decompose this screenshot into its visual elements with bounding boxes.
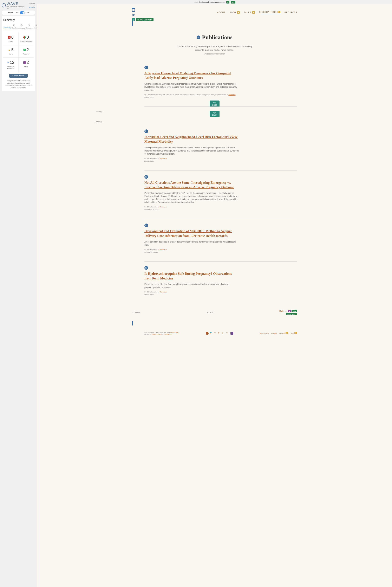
aria-label-badge: *aria- — [292, 310, 297, 312]
publication-item: h1 Not All C-sections Are the Same: Inve… — [144, 171, 297, 219]
code-badge[interactable]: Code — [210, 111, 220, 117]
older-link[interactable]: Older → ◆ *aria- label="Next"* — [279, 310, 297, 315]
stat-features: ✓2Features — [18, 45, 34, 58]
formspree-link[interactable]: Formspree — [164, 333, 172, 335]
footer-link-rss[interactable]: RSS⚑ — [291, 332, 297, 334]
stat-aria: 2ARIA — [18, 58, 34, 72]
page-indicator: 1 OF 3 — [207, 311, 213, 314]
research-link[interactable]: Research — [228, 94, 236, 96]
stat-alerts: ▲5Alerts — [3, 45, 18, 58]
styles-label: Styles: — [8, 12, 14, 14]
research-link[interactable]: Research — [160, 206, 166, 208]
footer-copyright: © 2021 Silvia Canelón · Made with Hugo A… — [144, 331, 179, 335]
page-description: This is home for my research publication… — [173, 45, 256, 52]
github-icon[interactable]: ⌥ — [214, 332, 217, 335]
blogophonic-link[interactable]: Blogophonic — [152, 333, 161, 335]
pub-meta: By Silvia Canelón in Research — [144, 249, 239, 250]
name-badge-row: ⊞ *Silvia Canelón* — [132, 18, 297, 21]
footer-link-accessibility[interactable]: Accessibility — [260, 332, 269, 334]
nav-publications[interactable]: PUBLICATIONS⚑ — [259, 11, 280, 14]
pub-title[interactable]: A Bayesian Hierarchical Modeling Framewo… — [144, 71, 239, 80]
tab-details[interactable]: ⊞Details — [11, 23, 17, 30]
pub-meta: By Cecilia Balocchi, Ray Bai, Jessica Li… — [144, 94, 239, 96]
orcid-icon[interactable] — [206, 332, 208, 335]
pub-meta: By Silvia Canelón in Research — [144, 206, 239, 208]
pub-title[interactable]: Development and Evaluation of MADDIE: Me… — [144, 229, 239, 238]
h1-badge: h1 — [144, 66, 148, 69]
styles-on: ON — [26, 12, 29, 14]
aria-label-badge2: label="Next"* — [286, 313, 297, 315]
pub-title[interactable]: Is Hydroxychloroquine Safe During Pregna… — [144, 271, 239, 281]
styles-toggle-row: Styles: OFF ON — [2, 11, 35, 15]
tab-reference[interactable]: ⓘReference — [17, 23, 26, 30]
congrats-text: Congratulations! No errors were detected… — [3, 80, 34, 89]
summary-title: Summary — [3, 18, 34, 22]
pub-date: December 10, 2020 — [144, 209, 297, 211]
pub-title[interactable]: Not All C-sections Are the Same: Investi… — [144, 180, 239, 190]
stats-grid: ✕0Errors0Contrast Errors▲5Alerts✓2Featur… — [3, 33, 34, 72]
trash-icon — [132, 22, 133, 26]
pub-meta: By Silvia Canelón in Research — [144, 158, 239, 159]
hugo-apero-link[interactable]: Hugo Apéro — [170, 331, 179, 333]
pub-description: Preprint as a contribution from a rapid … — [144, 283, 239, 289]
trash-icon — [132, 9, 135, 12]
aria-tag-icon: ◆ — [288, 310, 291, 312]
top-bar: The following apply to the entire page: … — [37, 0, 392, 4]
pub-description: Study providing evidence that neighborho… — [144, 146, 239, 155]
research-link[interactable]: Research — [160, 158, 166, 159]
linkedin-icon[interactable]: in — [226, 332, 229, 335]
footer-social: 🐦 ⌥ ◉ g in — [206, 332, 233, 335]
research-link[interactable]: Research — [160, 249, 166, 250]
code-badge[interactable]: Code — [210, 101, 220, 107]
written-by: Written by: Silvia Canelón — [132, 53, 297, 55]
nav-projects[interactable]: PROJECTS — [284, 11, 297, 14]
pub-date: May 8, 2020 — [144, 294, 297, 296]
footer-link-contact[interactable]: Contact — [271, 332, 277, 334]
footer: © 2021 Silvia Canelón · Made with Hugo A… — [144, 327, 297, 339]
rss-icon[interactable]: ◉ — [218, 332, 221, 335]
wave-header: WAVE web accessibility evaluation tool p… — [2, 2, 35, 9]
h2-badge: h2 — [196, 36, 200, 39]
publication-item: h1 Individual-Level and Neighborhood-Lev… — [144, 125, 297, 171]
pub-date: April 8, 2021 — [144, 96, 297, 98]
loading-text: Loading... — [95, 121, 297, 123]
webaim-link[interactable]: WebAIM — [29, 6, 35, 8]
view-details-button[interactable]: ☰View details › — [9, 74, 28, 78]
twitter-icon[interactable]: 🐦 — [210, 332, 213, 335]
summary-card: Summary ⌂Summary⊞DetailsⓘReference⚞Struc… — [2, 16, 35, 91]
nav-talks[interactable]: TALKS⚑ — [244, 11, 255, 14]
page-title-row: h2 Publications — [132, 34, 297, 41]
google-icon[interactable]: g — [222, 332, 225, 335]
pub-date: April 8, 2021 — [144, 160, 297, 162]
mastodon-icon[interactable] — [230, 332, 233, 335]
pub-description: Publication and poster accepted for the … — [144, 192, 239, 204]
pub-description: An R algorithm designed to extract deliv… — [144, 240, 239, 246]
teal-badge-icon: ⊞ — [132, 18, 135, 21]
lang-icon-badge: ⊕ — [226, 1, 230, 4]
nav-blog[interactable]: BLOG⚑ — [230, 11, 240, 14]
tab-summary[interactable]: ⌂Summary — [3, 23, 11, 30]
name-badge: *Silvia Canelón* — [136, 18, 154, 21]
wave-logo-icon — [2, 3, 6, 8]
styles-off: OFF — [15, 12, 18, 14]
stat-contrast-errors: 0Contrast Errors — [18, 33, 34, 45]
nav-about[interactable]: ABOUT — [217, 11, 225, 14]
pub-meta: By Silvia Canelón in Research — [144, 291, 239, 293]
header-icons: ❀ ⊞ *Silvia Canelón* — [132, 9, 297, 21]
publication-item: h1 Is Hydroxychloroquine Safe During Pre… — [144, 262, 297, 304]
pub-description: Study describing a Bayesian hierarchicha… — [144, 82, 239, 92]
wave-logo: WAVE web accessibility evaluation tool — [2, 2, 27, 9]
publication-item: h1 Development and Evaluation of MADDIE:… — [144, 219, 297, 262]
powered-by: powered by WebAIM — [27, 3, 35, 8]
research-link[interactable]: Research — [160, 291, 166, 293]
h1-badge: h1 — [144, 175, 148, 179]
pub-title[interactable]: Individual-Level and Neighborhood-Level … — [144, 135, 239, 144]
styles-toggle[interactable] — [20, 11, 25, 14]
topbar-text: The following apply to the entire page: — [194, 1, 225, 3]
newer-link[interactable]: ← Newer — [132, 311, 141, 314]
trash-icon — [132, 321, 133, 325]
sidebar: WAVE web accessibility evaluation tool p… — [0, 0, 37, 587]
tab-structure[interactable]: ⚞Structure — [26, 23, 33, 30]
publication-item: h1 A Bayesian Hierarchical Modeling Fram… — [144, 61, 297, 107]
footer-link-license[interactable]: License⚑ — [279, 332, 288, 334]
